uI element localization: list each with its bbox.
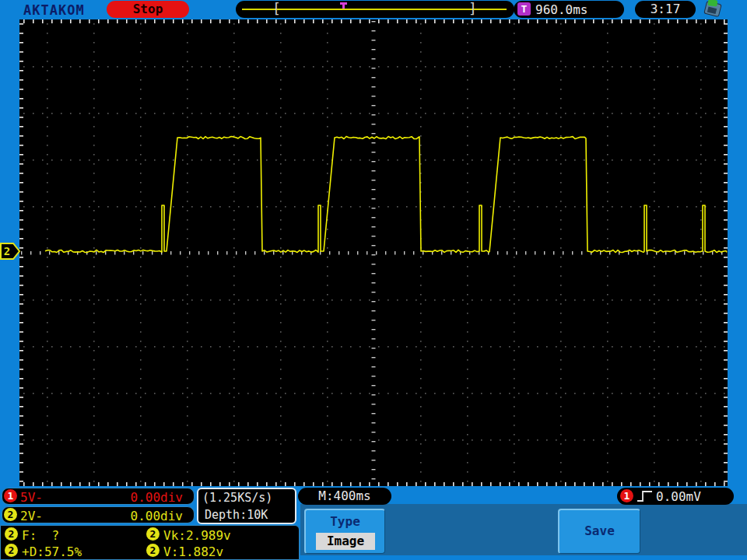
measurement-channel-badge: 2 (5, 527, 18, 541)
trigger-t-icon: T (517, 2, 531, 16)
trigger-position-marker-icon[interactable] (340, 2, 347, 5)
sample-rate: (1.25KS/s) (202, 491, 272, 505)
channel2-scale: 2V- (20, 509, 43, 523)
measurement-value: F: ? (22, 528, 59, 543)
measurement-value: Vk:2.989v (163, 528, 231, 543)
window-bracket-right-icon: ] (468, 0, 477, 17)
measurement-channel-badge: 2 (146, 527, 160, 541)
rising-edge-icon (637, 490, 654, 502)
channel2-status-bar: 2 2V- 0.00div (2, 506, 195, 523)
channel1-status-bar: 1 5V- 0.00div (2, 488, 195, 505)
trigger-level-readout: 1 0.00mV (617, 488, 734, 505)
channel1-scale: 5V- (20, 490, 43, 505)
timebase-window-line (242, 9, 507, 10)
channel2-zero-marker[interactable]: 2 (0, 242, 21, 261)
memory-depth: Depth:10K (205, 508, 268, 522)
measurement-value: +D:57.5% (22, 544, 82, 559)
acquisition-info-box: (1.25KS/s) Depth:10K (197, 488, 296, 524)
menu-type-label: Type (306, 514, 384, 529)
window-bracket-left-icon: [ (272, 0, 281, 17)
acquisition-status-button[interactable]: Stop (107, 1, 189, 18)
channel2-position: 0.00div (131, 509, 183, 523)
save-button[interactable]: Save (558, 509, 640, 554)
main-timebase-readout: M:400ms (298, 488, 391, 505)
channel2-marker-label: 2 (4, 245, 10, 257)
graticule-and-trace (19, 19, 728, 486)
channel2-badge: 2 (4, 508, 17, 521)
oscilloscope-ui: AKTAKOM Stop [ ] T 960.0ms 3:17 2 1 5V- … (0, 0, 747, 560)
trigger-time-readout: T 960.0ms (514, 1, 624, 18)
menu-type-selected-value[interactable]: Image (316, 533, 375, 550)
channel2-waveform (45, 136, 727, 252)
trigger-source-badge: 1 (620, 489, 633, 502)
measurements-panel: 2 F: ? 2 Vk:2.989v 2 +D:57.5% 2 V:1.882v (0, 525, 300, 560)
trigger-time-value: 960.0ms (535, 2, 587, 17)
channel1-badge: 1 (4, 489, 17, 502)
trigger-level-value: 0.00mV (656, 489, 701, 504)
scope-display (19, 19, 728, 486)
channel1-position: 0.00div (131, 490, 183, 505)
usb-disk-icon (703, 1, 722, 17)
trigger-position-bar: [ ] (236, 1, 514, 18)
menu-type-button[interactable]: Type Image (304, 509, 385, 554)
measurement-channel-badge: 2 (5, 544, 18, 557)
measurement-value: V:1.882v (163, 544, 223, 559)
clock: 3:17 (635, 1, 696, 18)
measurement-channel-badge: 2 (146, 544, 160, 557)
brand-logo: AKTAKOM (23, 2, 85, 18)
